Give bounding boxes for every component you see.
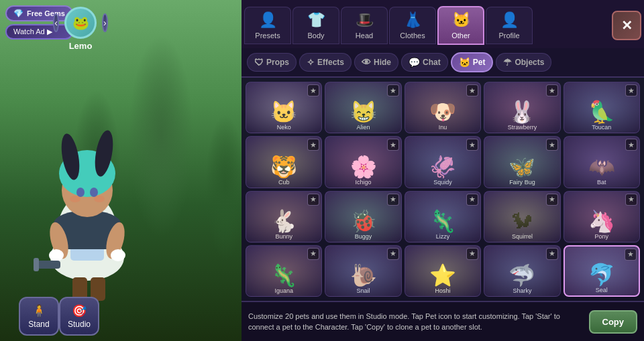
pet-cell-iguana[interactable]: 🦎Iguana★	[246, 245, 322, 297]
pet-cell-sharky[interactable]: 🦈Sharky★	[484, 245, 560, 297]
pet-star-toucan[interactable]: ★	[625, 84, 637, 96]
pet-cell-bunny[interactable]: 🐇Bunny★	[246, 191, 322, 243]
pet-cell-buggy[interactable]: 🐞Buggy★	[325, 191, 401, 243]
info-text: Customize 20 pets and use them in Studio…	[248, 311, 582, 333]
body-icon: 👕	[307, 11, 325, 29]
watch-ad-button[interactable]: Watch Ad ▶	[5, 24, 73, 40]
tab-head[interactable]: 🎩 Head	[341, 7, 388, 44]
studio-button[interactable]: 🎯 Studio	[59, 297, 99, 336]
pet-star-snail[interactable]: ★	[387, 248, 399, 260]
pet-icon: 🐱	[459, 57, 470, 68]
tab-other[interactable]: 🐱 Other	[437, 6, 484, 45]
profile-icon: 👤	[500, 11, 519, 29]
studio-icon: 🎯	[72, 303, 87, 318]
pet-cell-cub[interactable]: 🐯Cub★	[246, 136, 322, 188]
head-label: Head	[356, 31, 373, 40]
props-icon: 🛡	[254, 57, 264, 68]
category-tabs: 👤 Presets 👕 Body 🎩 Head 👗 Clothes 🐱 Othe…	[241, 0, 644, 48]
tab-objects[interactable]: ☂ Objects	[496, 53, 551, 72]
stand-icon: 🧍	[32, 303, 46, 318]
prev-character-button[interactable]: ‹	[53, 13, 59, 32]
other-label: Other	[451, 31, 470, 40]
pet-star-lizzy[interactable]: ★	[466, 194, 478, 206]
objects-icon: ☂	[503, 57, 512, 68]
pet-cell-seal[interactable]: 🐬Seal★	[564, 245, 640, 297]
pet-star-cub[interactable]: ★	[307, 139, 319, 151]
pet-star-fairy_bug[interactable]: ★	[546, 139, 558, 151]
hide-icon: 👁	[362, 57, 371, 68]
tab-profile[interactable]: 👤 Profile	[486, 7, 533, 44]
character-name: Lemo	[60, 41, 101, 51]
pet-cell-lizzy[interactable]: 🦎Lizzy★	[405, 191, 481, 243]
pet-star-pony[interactable]: ★	[625, 194, 637, 206]
pet-cell-hoshi[interactable]: ⭐Hoshi★	[405, 245, 481, 297]
pet-cell-inu[interactable]: 🐶Inu★	[405, 82, 481, 133]
svg-point-10	[90, 188, 98, 197]
top-left-controls: 💎 Free Gems Watch Ad ▶	[5, 5, 73, 40]
pet-star-squirrel[interactable]: ★	[546, 194, 558, 206]
bottom-left-controls: 🧍 Stand 🎯 Studio	[5, 297, 32, 336]
pet-star-neko[interactable]: ★	[307, 84, 319, 96]
character-svg	[27, 100, 148, 301]
hide-label: Hide	[374, 58, 391, 67]
svg-point-16	[111, 249, 125, 261]
character-display	[20, 80, 154, 301]
pet-cell-pony[interactable]: 🦄Pony★	[564, 191, 640, 243]
tab-props[interactable]: 🛡 Props	[247, 53, 297, 72]
body-label: Body	[307, 31, 324, 40]
pet-star-seal[interactable]: ★	[625, 249, 637, 261]
tab-clothes[interactable]: 👗 Clothes	[389, 7, 436, 44]
pet-cell-bat[interactable]: 🦇Bat★	[564, 136, 640, 188]
editor-panel: 👤 Presets 👕 Body 🎩 Head 👗 Clothes 🐱 Othe…	[241, 0, 644, 341]
tab-hide[interactable]: 👁 Hide	[354, 53, 398, 72]
pet-cell-fairy_bug[interactable]: 🦋Fairy Bug★	[484, 136, 560, 188]
presets-label: Presets	[255, 31, 280, 40]
clothes-icon: 👗	[404, 11, 422, 29]
pet-star-bat[interactable]: ★	[625, 139, 637, 151]
pet-star-buggy[interactable]: ★	[387, 194, 399, 206]
pet-cell-squirrel[interactable]: 🐿Squirrel★	[484, 191, 560, 243]
chat-label: Chat	[423, 58, 441, 67]
free-gems-button[interactable]: 💎 Free Gems	[5, 5, 73, 21]
clothes-label: Clothes	[400, 31, 425, 40]
pet-star-ichigo[interactable]: ★	[387, 139, 399, 151]
bottom-info-bar: Customize 20 pets and use them in Studio…	[241, 301, 644, 341]
pet-grid: 🐱Neko★😸Alien★🐶Inu★🐰Strawberry★🦜Toucan★🐯C…	[241, 78, 644, 301]
free-gems-label: Free Gems	[27, 9, 65, 17]
pet-cell-snail[interactable]: 🐌Snail★	[325, 245, 401, 297]
gem-icon: 💎	[13, 9, 23, 18]
pet-star-hoshi[interactable]: ★	[466, 248, 478, 260]
pet-star-iguana[interactable]: ★	[307, 248, 319, 260]
tab-effects[interactable]: ✧ Effects	[299, 53, 352, 72]
effects-icon: ✧	[307, 57, 315, 68]
sub-category-tabs: 🛡 Props ✧ Effects 👁 Hide 💬 Chat 🐱 Pet ☂ …	[241, 48, 644, 78]
stand-button[interactable]: 🧍 Stand	[19, 297, 59, 336]
pet-cell-squidy[interactable]: 🦑Squidy★	[405, 136, 481, 188]
pet-star-bunny[interactable]: ★	[307, 194, 319, 206]
chat-icon: 💬	[409, 57, 420, 68]
svg-point-12	[94, 196, 105, 202]
profile-label: Profile	[498, 31, 519, 40]
tab-chat[interactable]: 💬 Chat	[401, 53, 448, 72]
pet-cell-toucan[interactable]: 🦜Toucan★	[564, 82, 640, 133]
avatar: 🐸	[64, 7, 97, 39]
svg-rect-18	[34, 258, 39, 271]
pet-label: Pet	[473, 58, 486, 67]
copy-button[interactable]: Copy	[589, 310, 638, 334]
svg-point-9	[76, 188, 85, 197]
tab-pet[interactable]: 🐱 Pet	[451, 52, 494, 72]
tab-presets[interactable]: 👤 Presets	[244, 7, 291, 44]
pet-cell-alien[interactable]: 😸Alien★	[325, 82, 401, 133]
effects-label: Effects	[317, 58, 344, 67]
pet-star-alien[interactable]: ★	[387, 84, 399, 96]
close-button[interactable]: ✕	[612, 11, 641, 40]
pet-star-strawberry[interactable]: ★	[546, 84, 558, 96]
pet-cell-strawberry[interactable]: 🐰Strawberry★	[484, 82, 560, 133]
pet-cell-neko[interactable]: 🐱Neko★	[246, 82, 322, 133]
pet-cell-ichigo[interactable]: 🌸Ichigo★	[325, 136, 401, 188]
next-character-button[interactable]: ›	[102, 13, 108, 32]
pet-star-sharky[interactable]: ★	[546, 248, 558, 260]
tab-body[interactable]: 👕 Body	[292, 7, 339, 44]
pet-star-inu[interactable]: ★	[466, 84, 478, 96]
pet-star-squidy[interactable]: ★	[466, 139, 478, 151]
